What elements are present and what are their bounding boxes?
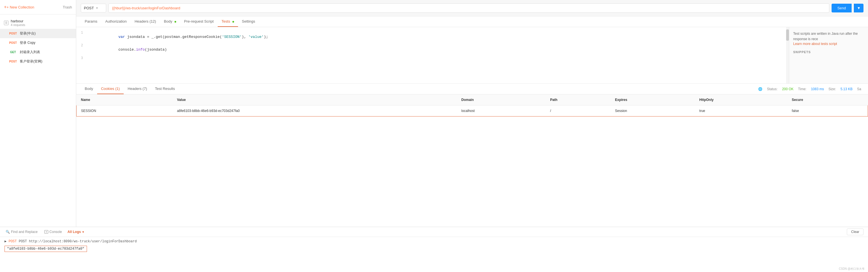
code-line-3: 3 — [76, 56, 786, 62]
col-expires: Expires — [611, 94, 695, 106]
main-area: + + New Collection Trash ☰ harbour 4 req… — [0, 0, 868, 227]
tab-headers[interactable]: Headers (12) — [131, 17, 160, 27]
watermark: CSDN @村口张大爷 — [839, 267, 865, 271]
send-button[interactable]: Send — [832, 4, 851, 12]
tests-dot — [232, 21, 234, 23]
collection-title[interactable]: ☰ harbour 4 requests — [0, 17, 76, 29]
editor-area: 1 var jsondata = _.get(postman.getRespon… — [76, 27, 868, 84]
tab-authorization[interactable]: Authorization — [101, 17, 131, 27]
time-value: 1083 ms — [811, 87, 824, 91]
collection-meta: 4 requests — [11, 23, 25, 27]
editor-scrollbar[interactable] — [786, 27, 789, 83]
method-badge-3: POST — [8, 60, 18, 63]
time-label: Time: — [798, 87, 806, 91]
item-name-3: 客户登录(官网) — [20, 59, 42, 64]
clear-button[interactable]: Clear — [847, 228, 864, 235]
save-response-label[interactable]: Sa — [857, 87, 861, 91]
table-row: SESSION a8fe6103-b8bb-46e6-b93d-ec703d24… — [76, 106, 868, 116]
response-tab-body[interactable]: Body — [81, 84, 97, 94]
response-tab-testresults[interactable]: Test Results — [151, 84, 179, 94]
size-value: 5.13 KB — [841, 87, 853, 91]
sidebar-item-1[interactable]: POST 登录 Copy — [0, 38, 76, 48]
collection-info: harbour 4 requests — [11, 19, 25, 27]
all-logs-button[interactable]: All Logs ▼ — [67, 230, 85, 234]
log-method: POST — [8, 240, 17, 243]
col-path: Path — [546, 94, 611, 106]
cell-name: SESSION — [76, 106, 173, 116]
response-tabs-bar: Body Cookies (1) Headers (7) Test Result… — [76, 84, 868, 94]
sidebar-item-2[interactable]: GET 封箱录入列表 — [0, 48, 76, 57]
hints-link[interactable]: Learn more about tests script — [793, 42, 837, 46]
status-value: 200 OK — [782, 87, 794, 91]
col-secure: Secure — [787, 94, 868, 106]
item-name-0: 登录(中台) — [20, 31, 36, 36]
response-body: Name Value Domain Path Expires HttpOnly … — [76, 94, 868, 227]
table-header-row: Name Value Domain Path Expires HttpOnly … — [76, 94, 868, 106]
tab-tests[interactable]: Tests — [218, 17, 238, 27]
method-chevron-icon: ▼ — [95, 6, 98, 9]
new-collection-button[interactable]: + + New Collection — [4, 4, 34, 9]
scrollbar-thumb — [786, 29, 789, 41]
collection-icon: ☰ — [4, 21, 8, 25]
globe-icon[interactable]: 🌐 — [758, 87, 763, 91]
method-label: POST — [84, 6, 94, 10]
col-domain: Domain — [457, 94, 546, 106]
bottom-tabs: 🔍 Find and Replace ≡ Console All Logs ▼ … — [0, 227, 868, 237]
size-label: Size: — [829, 87, 836, 91]
console-tab[interactable]: ≡ Console — [43, 228, 63, 236]
code-line-1: 1 var jsondata = _.get(postman.getRespon… — [76, 30, 786, 43]
url-input[interactable] — [108, 3, 829, 13]
col-httponly: HttpOnly — [695, 94, 787, 106]
code-editor[interactable]: 1 var jsondata = _.get(postman.getRespon… — [76, 27, 786, 83]
tab-body[interactable]: Body — [160, 17, 180, 27]
collection-name: harbour — [11, 19, 25, 23]
sidebar: + + New Collection Trash ☰ harbour 4 req… — [0, 0, 76, 227]
content-area: POST ▼ Send ▼ Params Authorization Heade… — [76, 0, 868, 227]
response-tabs-left: Body Cookies (1) Headers (7) Test Result… — [81, 84, 179, 94]
log-entry-0: ▶ POST POST http://localhost:8090/ws-tru… — [4, 239, 864, 243]
response-tab-headers[interactable]: Headers (7) — [124, 84, 151, 94]
code-line-2: 2 console.info(jsondata) — [76, 43, 786, 56]
col-value: Value — [173, 94, 457, 106]
collection-group: ☰ harbour 4 requests POST 登录(中台) POST 登录… — [0, 15, 76, 69]
status-label: Status: — [767, 87, 777, 91]
app-container: + + New Collection Trash ☰ harbour 4 req… — [0, 0, 868, 272]
chevron-down-icon: ▼ — [82, 230, 85, 234]
console-icon: ≡ — [44, 230, 48, 234]
cookies-table: Name Value Domain Path Expires HttpOnly … — [76, 94, 868, 116]
body-dot — [175, 21, 176, 23]
find-replace-tab[interactable]: 🔍 Find and Replace — [4, 228, 39, 236]
trash-button[interactable]: Trash — [63, 5, 72, 9]
bottom-bar: 🔍 Find and Replace ≡ Console All Logs ▼ … — [0, 227, 868, 272]
tab-settings[interactable]: Settings — [238, 17, 259, 27]
sidebar-item-3[interactable]: POST 客户登录(官网) — [0, 57, 76, 66]
tab-params[interactable]: Params — [81, 17, 101, 27]
response-value-badge: "a8fe6103-b8bb-46e6-b93d-ec703d247fa0" — [4, 246, 87, 252]
tab-prerequest[interactable]: Pre-request Script — [180, 17, 218, 27]
search-icon: 🔍 — [6, 230, 10, 234]
method-badge-0: POST — [8, 32, 18, 35]
method-select[interactable]: POST ▼ — [81, 4, 106, 12]
sidebar-header: + + New Collection Trash — [0, 0, 76, 15]
response-tab-cookies[interactable]: Cookies (1) — [97, 84, 124, 94]
request-tabs-bar: Params Authorization Headers (12) Body P… — [76, 17, 868, 27]
cell-value: a8fe6103-b8bb-46e6-b93d-ec703d247fa0 — [173, 106, 457, 116]
new-collection-label: + New Collection — [6, 5, 34, 9]
item-name-2: 封箱录入列表 — [20, 50, 40, 55]
cell-expires: Session — [611, 106, 695, 116]
snippets-label: SNIPPETS — [793, 50, 864, 54]
item-name-1: 登录 Copy — [20, 40, 35, 45]
cell-domain: localhost — [457, 106, 546, 116]
cell-secure: false — [787, 106, 868, 116]
plus-icon: + — [4, 4, 6, 9]
send-dropdown-button[interactable]: ▼ — [854, 4, 864, 12]
log-entry-1: "a8fe6103-b8bb-46e6-b93d-ec703d247fa0" — [4, 245, 864, 252]
cell-path: / — [546, 106, 611, 116]
col-name: Name — [76, 94, 173, 106]
request-bar: POST ▼ Send ▼ — [76, 0, 868, 17]
method-badge-1: POST — [8, 41, 18, 45]
bottom-content: ▶ POST POST http://localhost:8090/ws-tru… — [0, 237, 868, 255]
response-status: 🌐 Status: 200 OK Time: 1083 ms Size: 5.1… — [758, 87, 864, 91]
sidebar-item-0[interactable]: POST 登录(中台) — [0, 29, 76, 38]
hints-text: Test scripts are written in Java run aft… — [793, 31, 864, 42]
